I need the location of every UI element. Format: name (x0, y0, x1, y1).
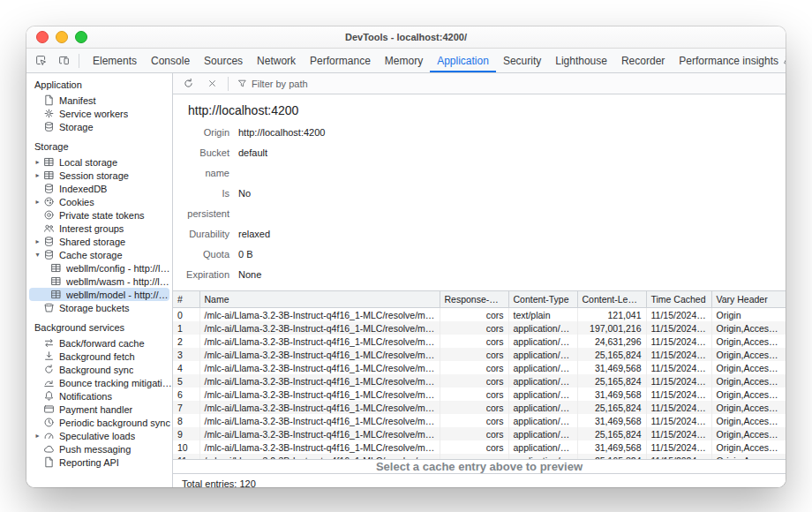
tab-network[interactable]: Network (250, 49, 303, 72)
tab-elements[interactable]: Elements (86, 49, 144, 72)
delete-selected-icon[interactable] (201, 74, 222, 94)
tab-memory[interactable]: Memory (378, 49, 430, 72)
cell-response-type: cors (440, 335, 508, 348)
sidebar-item-cache-webllm-model[interactable]: webllm/model - http://loc… (29, 288, 169, 301)
cell-content-length: 25,165,824 (577, 401, 646, 414)
section-header-storage: Storage (26, 133, 172, 155)
table-row[interactable]: 4 /mlc-ai/Llama-3.2-3B-Instruct-q4f16_1-… (173, 361, 786, 374)
table-row[interactable]: 7 /mlc-ai/Llama-3.2-3B-Instruct-q4f16_1-… (173, 401, 786, 414)
chevron-right-icon[interactable]: ▸ (33, 197, 42, 207)
table-row[interactable]: 5 /mlc-ai/Llama-3.2-3B-Instruct-q4f16_1-… (173, 374, 786, 388)
sidebar-item-background-fetch[interactable]: Background fetch (26, 350, 172, 363)
sidebar-item-manifest[interactable]: Manifest (26, 94, 172, 107)
column-header-response-type[interactable]: Response-Type (440, 291, 508, 308)
sidebar-item-cache-storage[interactable]: ▾ Cache storage (26, 248, 172, 261)
table-row[interactable]: 0 /mlc-ai/Llama-3.2-3B-Instruct-q4f16_1-… (173, 308, 786, 322)
sidebar-item-cache-webllm-wasm[interactable]: webllm/wasm - http://loca… (26, 275, 172, 288)
cell-name: /mlc-ai/Llama-3.2-3B-Instruct-q4f16_1-ML… (199, 454, 440, 460)
meta-label: Is persistent (178, 184, 229, 224)
column-header-content-type[interactable]: Content-Type (508, 291, 577, 308)
cache-metadata: Origin http://localhost:4200 Bucket name… (173, 119, 786, 290)
cell-content-type: application/oc… (508, 454, 577, 460)
tab-performance[interactable]: Performance (303, 49, 378, 72)
tab-application[interactable]: Application (430, 49, 496, 72)
sidebar-item-local-storage[interactable]: ▸ Local storage (26, 155, 172, 169)
table-row[interactable]: 6 /mlc-ai/Llama-3.2-3B-Instruct-q4f16_1-… (173, 388, 786, 401)
experiment-flask-icon (782, 56, 786, 65)
table-row[interactable]: 8 /mlc-ai/Llama-3.2-3B-Instruct-q4f16_1-… (173, 414, 786, 427)
chevron-down-icon[interactable]: ▾ (33, 250, 42, 260)
sidebar-item-reporting-api[interactable]: Reporting API (26, 456, 172, 469)
filter-placeholder: Filter by path (252, 79, 308, 89)
table-row[interactable]: 1 /mlc-ai/Llama-3.2-3B-Instruct-q4f16_1-… (173, 321, 786, 335)
database-icon (42, 236, 55, 248)
sidebar-item-storage-buckets[interactable]: Storage buckets (26, 301, 172, 314)
sidebar-item-notifications[interactable]: Notifications (26, 389, 172, 403)
table-row[interactable]: 10 /mlc-ai/Llama-3.2-3B-Instruct-q4f16_1… (173, 440, 786, 454)
meta-value: default (238, 143, 786, 184)
sidebar-item-service-workers[interactable]: Service workers (26, 107, 172, 120)
sidebar-item-payment-handler[interactable]: Payment handler (26, 403, 172, 416)
sidebar-item-private-state-tokens[interactable]: Private state tokens (26, 208, 172, 222)
column-header-name[interactable]: Name (199, 291, 440, 308)
chevron-right-icon[interactable]: ▸ (33, 170, 42, 180)
devtools-window: DevTools - localhost:4200/ Elements Cons… (26, 26, 786, 487)
sidebar-item-storage[interactable]: Storage (26, 120, 172, 133)
preview-placeholder: Select a cache entry above to preview (173, 460, 786, 473)
tab-security[interactable]: Security (496, 49, 548, 72)
table-row[interactable]: 11 /mlc-ai/Llama-3.2-3B-Instruct-q4f16_1… (173, 454, 786, 460)
sidebar-item-bounce-tracking-mitigations[interactable]: Bounce tracking mitigations (26, 376, 172, 389)
cell-name: /mlc-ai/Llama-3.2-3B-Instruct-q4f16_1-ML… (199, 401, 440, 414)
column-header-vary-header[interactable]: Vary Header (711, 291, 786, 308)
cell-response-type: cors (440, 401, 508, 414)
sidebar-item-periodic-background-sync[interactable]: Periodic background sync (26, 416, 172, 429)
cell-time-cached: 11/15/2024, 10… (646, 321, 711, 335)
tab-console[interactable]: Console (144, 49, 197, 72)
cell-name: /mlc-ai/Llama-3.2-3B-Instruct-q4f16_1-ML… (199, 348, 440, 361)
column-header-content-length[interactable]: Content-Length (577, 291, 646, 308)
table-row[interactable]: 3 /mlc-ai/Llama-3.2-3B-Instruct-q4f16_1-… (173, 348, 786, 361)
swap-arrows-icon (42, 337, 55, 350)
column-header-index[interactable]: # (173, 291, 199, 308)
minimize-window-button[interactable] (56, 31, 68, 43)
zoom-window-button[interactable] (75, 31, 87, 43)
sidebar-item-interest-groups[interactable]: Interest groups (26, 222, 172, 235)
refresh-icon[interactable] (177, 74, 199, 94)
database-icon (42, 249, 55, 261)
table-row[interactable]: 2 /mlc-ai/Llama-3.2-3B-Instruct-q4f16_1-… (173, 335, 786, 348)
inspect-element-icon[interactable] (30, 51, 51, 71)
cell-response-type: cors (440, 454, 508, 460)
close-window-button[interactable] (36, 31, 49, 43)
cell-content-length: 24,631,296 (577, 335, 646, 348)
people-icon (42, 222, 55, 235)
cell-vary-header: Origin,Access… (711, 374, 786, 388)
filter-by-path-input[interactable]: Filter by path (234, 79, 312, 89)
tab-sources[interactable]: Sources (197, 49, 250, 72)
cell-vary-header: Origin,Access… (711, 454, 786, 460)
chevron-right-icon[interactable]: ▸ (33, 431, 42, 440)
cell-name: /mlc-ai/Llama-3.2-3B-Instruct-q4f16_1-ML… (199, 427, 440, 440)
section-header-background-services: Background services (26, 314, 172, 336)
sidebar-item-back-forward-cache[interactable]: Back/forward cache (26, 336, 172, 350)
sidebar-item-indexeddb[interactable]: IndexedDB (26, 182, 172, 195)
tab-lighthouse[interactable]: Lighthouse (548, 49, 614, 72)
clock-icon (42, 417, 55, 429)
sidebar-item-background-sync[interactable]: Background sync (26, 363, 172, 376)
sidebar-item-push-messaging[interactable]: Push messaging (26, 442, 172, 456)
sidebar-item-cookies[interactable]: ▸ Cookies (26, 195, 172, 208)
sidebar-item-shared-storage[interactable]: ▸ Shared storage (26, 235, 172, 248)
cell-name: /mlc-ai/Llama-3.2-3B-Instruct-q4f16_1-ML… (199, 440, 440, 454)
meta-value: No (238, 184, 786, 224)
table-row[interactable]: 9 /mlc-ai/Llama-3.2-3B-Instruct-q4f16_1-… (173, 427, 786, 440)
cell-vary-header: Origin,Access… (711, 414, 786, 427)
column-header-time-cached[interactable]: Time Cached (646, 291, 711, 308)
cell-content-length: 121,041 (577, 308, 646, 322)
device-toolbar-icon[interactable] (53, 51, 74, 71)
sidebar-item-session-storage[interactable]: ▸ Session storage (26, 169, 172, 182)
tab-performance-insights[interactable]: Performance insights (672, 49, 786, 72)
chevron-right-icon[interactable]: ▸ (33, 157, 42, 167)
tab-recorder[interactable]: Recorder (614, 49, 672, 72)
sidebar-item-cache-webllm-config[interactable]: webllm/config - http://loc… (26, 261, 172, 275)
chevron-right-icon[interactable]: ▸ (33, 237, 42, 246)
sidebar-item-speculative-loads[interactable]: ▸ Speculative loads (26, 429, 172, 442)
